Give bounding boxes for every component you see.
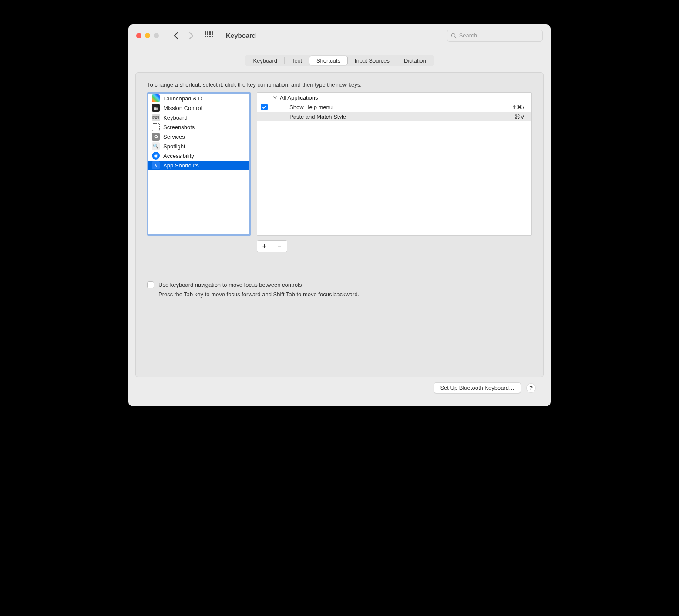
launchpad-icon [152,94,160,102]
category-label: Keyboard [163,114,188,121]
traffic-lights [136,33,159,38]
accessibility-icon: ◉ [152,152,160,160]
kb-nav-label: Use keyboard navigation to move focus be… [158,281,359,289]
category-services[interactable]: ✿ Services [148,132,249,141]
tab-text[interactable]: Text [285,56,309,65]
tab-input-sources[interactable]: Input Sources [348,56,397,65]
keyboard-navigation-option: Use keyboard navigation to move focus be… [147,281,532,298]
shortcut-checkbox-empty [261,113,268,120]
remove-button[interactable]: − [272,241,287,252]
category-label: Screenshots [163,124,195,131]
shortcut-checkbox[interactable] [261,104,268,110]
instruction-text: To change a shortcut, select it, click t… [147,81,532,88]
category-screenshots[interactable]: Screenshots [148,122,249,132]
search-icon [451,33,457,39]
category-label: Accessibility [163,153,194,159]
category-launchpad[interactable]: Launchpad & D… [148,94,249,103]
shortcut-group-row[interactable]: All Applications [257,93,531,102]
content: Keyboard Text Shortcuts Input Sources Di… [128,47,551,406]
services-icon: ✿ [152,133,160,141]
shortcut-keys[interactable]: ⌘V [514,114,527,120]
category-list[interactable]: Launchpad & D… ▦ Mission Control ⌨ Keybo… [147,92,251,236]
search-input[interactable] [459,32,539,39]
add-remove-buttons: + − [257,240,287,252]
shortcut-row[interactable]: Show Help menu ⇧⌘/ [257,102,531,112]
shortcut-group-label: All Applications [280,94,527,101]
category-mission-control[interactable]: ▦ Mission Control [148,103,249,113]
tabbar: Keyboard Text Shortcuts Input Sources Di… [245,55,434,66]
shortcut-label: Show Help menu [289,104,512,110]
bluetooth-keyboard-button[interactable]: Set Up Bluetooth Keyboard… [434,382,521,393]
category-accessibility[interactable]: ◉ Accessibility [148,151,249,161]
category-label: Launchpad & D… [163,95,208,102]
panes: Launchpad & D… ▦ Mission Control ⌨ Keybo… [147,92,532,236]
app-shortcuts-icon: ⋏ [152,161,160,169]
keyboard-icon: ⌨ [152,114,160,121]
kb-nav-sub: Press the Tab key to move focus forward … [158,291,359,298]
preferences-window: Keyboard Keyboard Text Shortcuts Input S… [128,24,551,406]
spotlight-icon: 🔍 [152,142,160,150]
titlebar: Keyboard [128,24,551,47]
close-button[interactable] [136,33,141,38]
shortcut-row[interactable]: Paste and Match Style ⌘V [257,112,531,121]
add-button[interactable]: + [257,241,272,252]
shortcut-label: Paste and Match Style [289,114,514,120]
chevron-down-icon[interactable] [273,95,277,100]
screenshots-icon [152,123,160,131]
kb-nav-checkbox[interactable] [147,281,154,288]
nav-arrows [174,32,194,40]
shortcut-list[interactable]: All Applications Show Help menu ⇧⌘/ Past… [257,92,532,236]
show-all-icon[interactable] [205,31,214,40]
mission-control-icon: ▦ [152,104,160,112]
category-label: Services [163,134,185,140]
forward-button [188,32,194,40]
check-icon [262,105,266,109]
tab-shortcuts[interactable]: Shortcuts [309,56,347,65]
shortcut-keys[interactable]: ⇧⌘/ [512,104,527,110]
category-label: App Shortcuts [163,162,199,169]
category-app-shortcuts[interactable]: ⋏ App Shortcuts [148,161,249,170]
tab-dictation[interactable]: Dictation [397,56,433,65]
minimize-button[interactable] [145,33,150,38]
help-button[interactable]: ? [526,383,536,393]
zoom-button[interactable] [154,33,159,38]
footer: Set Up Bluetooth Keyboard… ? [135,377,544,399]
category-spotlight[interactable]: 🔍 Spotlight [148,141,249,151]
category-keyboard[interactable]: ⌨ Keyboard [148,113,249,122]
category-label: Mission Control [163,105,202,111]
svg-line-1 [455,37,456,38]
shortcuts-panel: To change a shortcut, select it, click t… [135,72,544,377]
search-field-wrap[interactable] [447,30,543,42]
back-button[interactable] [174,32,179,40]
window-title: Keyboard [226,32,256,39]
tab-keyboard[interactable]: Keyboard [246,56,284,65]
category-label: Spotlight [163,143,185,150]
